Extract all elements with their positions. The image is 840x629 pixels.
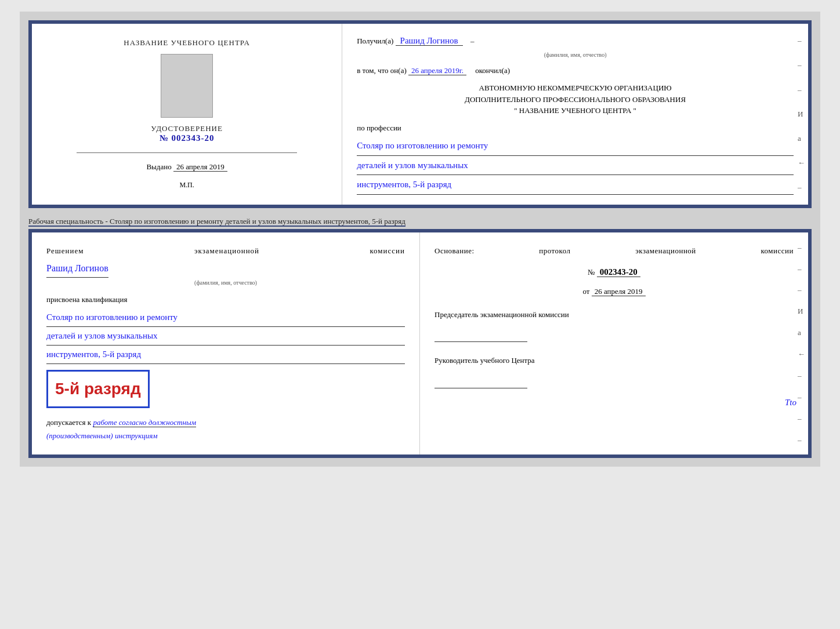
cert-number: № 002343-20 [151,133,223,143]
protocol-row: № 002343-20 [435,264,794,280]
cert2-date-prefix: от [582,287,589,296]
head-block: Руководитель учебного Центра [435,354,794,388]
cert2-date-row: от 26 апреля 2019 [435,285,794,298]
fio-hint-top: (фамилия, имя, отчество) [357,49,794,60]
cert-left-panel: НАЗВАНИЕ УЧЕБНОГО ЦЕНТРА УДОСТОВЕРЕНИЕ №… [32,24,342,205]
допускается-prefix: допускается к [46,418,91,427]
decision-text: Решением экзаменационной комиссии [46,244,405,257]
cert-right-panel: Получил(а) Рашид Логинов – (фамилия, имя… [342,24,808,205]
допускается-row: допускается к работе согласно должностны… [46,416,405,443]
head-label: Руководитель учебного Центра [435,354,794,367]
date-value-top: 26 апреля 2019г. [408,66,466,75]
cert-number-value: 002343-20 [172,133,215,143]
training-center-label: НАЗВАНИЕ УЧЕБНОГО ЦЕНТРА [124,38,249,48]
issued-label: Выдано [146,162,171,171]
cert2-date-value: 26 апреля 2019 [592,287,646,296]
recipient-name: Рашид Логинов [396,36,463,46]
certificate-card-bottom: Решением экзаменационной комиссии Рашид … [28,229,812,458]
org-block: АВТОНОМНУЮ НЕКОММЕРЧЕСКУЮ ОРГАНИЗАЦИЮ ДО… [357,82,794,117]
cert2-qual-line1: Столяр по изготовлению и ремонту [46,310,405,327]
specialty-prefix: Рабочая специальность - [28,217,110,227]
right-dashes-bottom: –––Иа←–––– [798,232,805,455]
date-row: в том, что он(а) 26 апреля 2019г. окончи… [357,64,794,78]
head-signature-line [435,378,527,388]
cert2-qual-line3: инструментов, 5-й разряд [46,347,405,364]
cert2-fio-hint: (фамилия, имя, отчество) [46,278,405,288]
допускается-line2: (производственным) инструкциям [46,431,158,440]
org-line2: ДОПОЛНИТЕЛЬНОГО ПРОФЕССИОНАЛЬНОГО ОБРАЗО… [357,94,794,106]
document-container: НАЗВАНИЕ УЧЕБНОГО ЦЕНТРА УДОСТОВЕРЕНИЕ №… [20,12,820,467]
date-label: в том, что он(а) [357,66,407,75]
mp-label: М.П. [179,181,194,190]
tto-annotation: Tto [785,395,796,410]
basis-label: Основание: протокол экзаменационной коми… [435,244,794,257]
received-row: Получил(а) Рашид Логинов – (фамилия, имя… [357,32,794,60]
protocol-number: 002343-20 [597,267,640,277]
chairman-signature-line [435,332,527,342]
badge-text: 5-й разряд [55,380,141,398]
received-label: Получил(а) [357,37,393,45]
rank-badge: 5-й разряд [46,370,150,408]
qualification-label: присвоена квалификация [46,293,405,306]
protocol-prefix: № [588,268,595,277]
допускается-value: работе согласно должностным [93,418,196,427]
finished-label: окончил(а) [475,66,510,75]
profession-line1: Столяр по изготовлению и ремонту [357,137,794,156]
chairman-block: Председатель экзаменационной комиссии [435,308,794,342]
issued-date: 26 апреля 2019 [173,162,227,172]
cert-title: УДОСТОВЕРЕНИЕ [151,124,223,133]
specialty-label: Рабочая специальность - Столяр по изгото… [28,213,812,229]
profession-label: по профессии [357,121,794,136]
right-dashes-top: –––Иа←– [798,24,805,205]
cert2-name: Рашид Логинов [46,260,108,278]
cert2-left-panel: Решением экзаменационной комиссии Рашид … [32,232,420,455]
org-line1: АВТОНОМНУЮ НЕКОММЕРЧЕСКУЮ ОРГАНИЗАЦИЮ [357,82,794,94]
certificate-card-top: НАЗВАНИЕ УЧЕБНОГО ЦЕНТРА УДОСТОВЕРЕНИЕ №… [28,20,812,208]
cert-issued: Выдано 26 апреля 2019 [146,162,227,172]
cert-number-prefix: № [160,133,169,143]
chairman-label: Председатель экзаменационной комиссии [435,308,794,321]
specialty-underlined: Столяр по изготовлению и ремонту деталей… [110,217,405,227]
cert2-name-row: Рашид Логинов (фамилия, имя, отчество) [46,260,405,288]
org-line3: " НАЗВАНИЕ УЧЕБНОГО ЦЕНТРА " [357,105,794,117]
photo-placeholder [161,54,213,118]
cert2-right-panel: Основание: протокол экзаменационной коми… [420,232,808,455]
cert2-qual-line2: деталей и узлов музыкальных [46,328,405,346]
profession-line3: инструментов, 5-й разряд [357,176,794,195]
profession-line2: деталей и узлов музыкальных [357,157,794,176]
